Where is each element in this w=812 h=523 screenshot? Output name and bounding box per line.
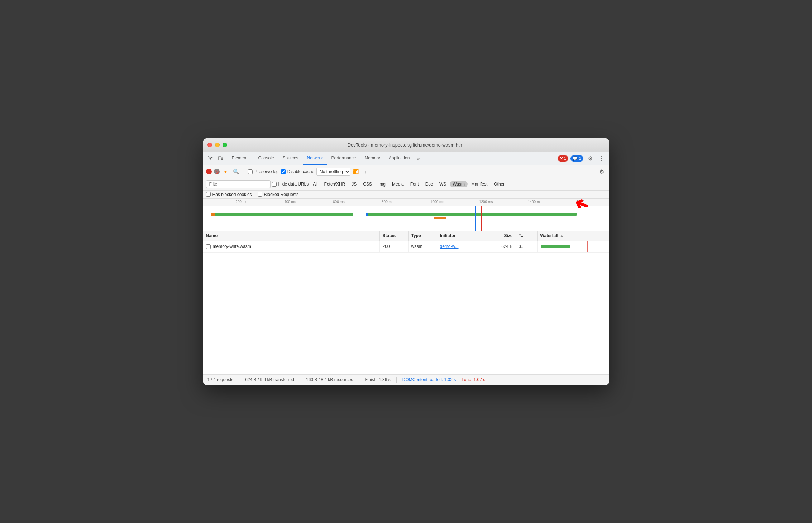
status-domcontent: DOMContentLoaded: 1.02 s (402, 377, 456, 382)
tick-400ms: 400 ms (284, 200, 296, 204)
td-waterfall (538, 241, 609, 252)
devtools-tabs: Elements Console Sources Network Perform… (203, 152, 609, 165)
hide-data-urls-label[interactable]: Hide data URLs (272, 182, 309, 187)
toolbar-right: ⚙ (597, 167, 606, 176)
sort-arrow-icon: ▲ (560, 233, 564, 238)
tab-elements[interactable]: Elements (228, 152, 254, 165)
timeline-graph (203, 206, 609, 231)
filter-fetch-xhr[interactable]: Fetch/XHR (321, 181, 348, 187)
filter-input[interactable] (206, 180, 271, 188)
filter-font[interactable]: Font (407, 181, 422, 187)
svg-rect-1 (221, 158, 223, 160)
record-button[interactable] (206, 169, 212, 174)
tab-console[interactable]: Console (254, 152, 278, 165)
preserve-log-label[interactable]: Preserve log (248, 169, 278, 174)
th-time[interactable]: T... (516, 231, 538, 241)
disable-cache-checkbox[interactable] (281, 169, 286, 174)
timeline-bar-1 (211, 213, 353, 216)
has-blocked-cookies-label[interactable]: Has blocked cookies (206, 192, 252, 197)
more-tabs-button[interactable]: » (414, 153, 422, 163)
th-size[interactable]: Size (480, 231, 516, 241)
timeline-bar-4 (434, 217, 446, 219)
upload-icon[interactable]: ↑ (361, 167, 370, 176)
filter-icon[interactable]: ▼ (222, 168, 230, 175)
tick-800ms: 800 ms (382, 200, 393, 204)
filter-all[interactable]: All (310, 181, 320, 187)
blocked-requests-label[interactable]: Blocked Requests (258, 192, 299, 197)
th-name[interactable]: Name (203, 231, 380, 241)
status-divider-4 (396, 377, 397, 383)
more-options-button[interactable]: ⋮ (597, 154, 606, 163)
timeline-bar-3 (434, 213, 577, 216)
filter-types: All Fetch/XHR JS CSS Img Media Font Doc … (310, 181, 507, 187)
table-header: Name Status Type Initiator Size T... Wat… (203, 231, 609, 241)
timeline-area: ➜ 200 ms 400 ms 600 ms 800 ms 1000 ms 12… (203, 199, 609, 231)
tab-performance[interactable]: Performance (327, 152, 360, 165)
maximize-button[interactable] (223, 143, 227, 147)
tab-memory[interactable]: Memory (360, 152, 384, 165)
filter-css[interactable]: CSS (360, 181, 375, 187)
status-requests: 1 / 4 requests (207, 377, 234, 382)
traffic-lights (207, 143, 227, 147)
tab-network[interactable]: Network (303, 152, 327, 165)
minimize-button[interactable] (215, 143, 220, 147)
waterfall-bar (541, 245, 570, 248)
throttle-select[interactable]: No throttling Fast 3G Slow 3G Offline (316, 168, 350, 176)
filter-other[interactable]: Other (491, 181, 507, 187)
td-size: 624 B (480, 241, 516, 252)
filter-js[interactable]: JS (349, 181, 359, 187)
hide-data-urls-checkbox[interactable] (272, 182, 277, 187)
td-time: 3... (516, 241, 538, 252)
settings-button[interactable]: ⚙ (586, 154, 595, 163)
clear-button[interactable]: 🚫 (214, 169, 220, 174)
filter-doc[interactable]: Doc (422, 181, 436, 187)
tab-sources[interactable]: Sources (278, 152, 303, 165)
status-divider-2 (300, 377, 300, 383)
svg-rect-0 (218, 157, 221, 160)
th-waterfall[interactable]: Waterfall ▲ (538, 231, 609, 241)
close-button[interactable] (207, 143, 212, 147)
td-status: 200 (380, 241, 409, 252)
status-divider-3 (359, 377, 359, 383)
filter-media[interactable]: Media (389, 181, 407, 187)
table-row[interactable]: memory-write.wasm 200 wasm demo-w... 624… (203, 241, 609, 253)
device-icon[interactable] (216, 154, 225, 163)
has-blocked-cookies-checkbox[interactable] (206, 192, 211, 197)
network-settings-button[interactable]: ⚙ (597, 167, 606, 176)
title-bar: DevTools - memory-inspector.glitch.me/de… (203, 138, 609, 152)
inspect-icon[interactable] (206, 154, 215, 163)
tick-600ms: 600 ms (333, 200, 345, 204)
row-checkbox[interactable] (206, 244, 211, 249)
td-initiator: demo-w... (437, 241, 480, 252)
wifi-icon: 📶 (353, 169, 359, 174)
tab-application[interactable]: Application (384, 152, 414, 165)
error-badge: ✕ 1 (558, 155, 568, 162)
search-button[interactable]: 🔍 (231, 168, 240, 175)
th-type[interactable]: Type (409, 231, 437, 241)
blocked-requests-checkbox[interactable] (258, 192, 262, 197)
waterfall-blue-line (586, 241, 586, 252)
download-icon[interactable]: ↓ (372, 167, 382, 176)
disable-cache-label[interactable]: Disable cache (281, 169, 314, 174)
devtools-window: DevTools - memory-inspector.glitch.me/de… (203, 138, 609, 385)
load-line (481, 206, 482, 231)
filter-manifest[interactable]: Manifest (468, 181, 490, 187)
empty-table-area (203, 253, 609, 374)
table-container: Name Status Type Initiator Size T... Wat… (203, 231, 609, 374)
td-name: memory-write.wasm (203, 241, 380, 252)
filter-wasm[interactable]: Wasm (450, 181, 468, 187)
th-status[interactable]: Status (380, 231, 409, 241)
toolbar-divider (244, 168, 244, 175)
info-badge: 💬 1 (570, 155, 583, 162)
preserve-log-checkbox[interactable] (248, 169, 253, 174)
tick-1000ms: 1000 ms (430, 200, 444, 204)
status-load: Load: 1.07 s (462, 377, 485, 382)
tab-icon-group (206, 154, 225, 163)
filter-img[interactable]: Img (376, 181, 388, 187)
blocked-row: Has blocked cookies Blocked Requests (203, 191, 609, 199)
th-initiator[interactable]: Initiator (437, 231, 480, 241)
filter-ws[interactable]: WS (436, 181, 449, 187)
filter-bar: Hide data URLs All Fetch/XHR JS CSS Img … (203, 178, 609, 191)
waterfall-red-line (587, 241, 588, 252)
network-toolbar: 🚫 ▼ 🔍 Preserve log Disable cache No thro… (203, 165, 609, 178)
